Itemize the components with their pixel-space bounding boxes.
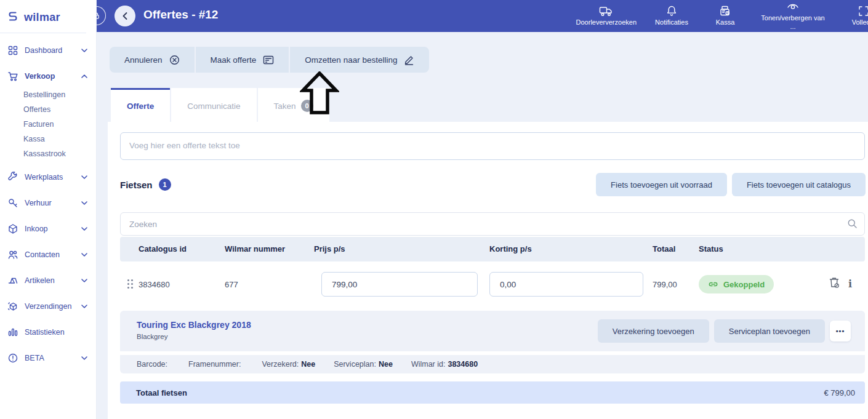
bell-icon <box>665 5 678 17</box>
chevron-up-icon <box>81 74 87 78</box>
bike-color: Blackgrey <box>137 333 168 340</box>
col-korting: Korting p/s <box>489 244 532 253</box>
more-options-button[interactable]: ••• <box>830 321 851 341</box>
prijs-input[interactable] <box>321 272 478 297</box>
drag-handle-icon[interactable] <box>127 279 129 281</box>
sidebar-item-verkoop[interactable]: Verkoop <box>0 69 96 84</box>
bike-actions: Verzekering toevoegen Serviceplan toevoe… <box>598 319 851 343</box>
cell-totaal: 799,00 <box>653 280 677 289</box>
fietsen-count-badge: 1 <box>159 178 171 191</box>
col-wilmar-nummer: Wilmar nummer <box>225 244 285 253</box>
search-icon <box>847 218 858 229</box>
page-title: Offertes - #12 <box>143 8 218 22</box>
tonen-verbergen-button[interactable]: Tonen/verbergen van ... <box>760 1 826 31</box>
sidebar-item-offertes[interactable]: Offertes <box>0 102 96 117</box>
sidebar-nav: Dashboard Verkoop Bestellingen Offertes … <box>0 33 96 365</box>
doorleververzoeken-button[interactable]: Doorleververzoeken <box>576 5 637 27</box>
status-badge: Gekoppeld <box>699 275 774 293</box>
alert-circle-icon <box>7 353 18 364</box>
chevron-down-icon <box>81 279 87 282</box>
info-icon: i <box>848 278 852 290</box>
sidebar-item-dashboard[interactable]: Dashboard <box>0 43 96 58</box>
serviceplan-toevoegen-button[interactable]: Serviceplan toevoegen <box>714 319 825 343</box>
offerte-panel: Fietsen 1 Fiets toevoegen uit voorraad F… <box>108 122 868 419</box>
fietsen-search <box>120 212 865 236</box>
brand-logo-text: wilmar <box>24 11 60 24</box>
trash-blocked-icon <box>828 276 840 289</box>
sidebar-item-kassastrook[interactable]: Kassastrook <box>0 146 96 161</box>
chevron-down-icon <box>81 253 87 257</box>
bike-card-top: Touring Exc Blackgrey 2018 Blackgrey Ver… <box>120 311 865 351</box>
col-prijs: Prijs p/s <box>314 244 345 253</box>
col-totaal: Totaal <box>653 244 675 253</box>
info-button[interactable]: i <box>848 278 852 290</box>
chevron-down-icon <box>81 49 87 52</box>
annuleren-button[interactable]: Annuleren <box>110 47 195 73</box>
sidebar-item-bestellingen[interactable]: Bestellingen <box>0 87 96 102</box>
sidebar-item-facturen[interactable]: Facturen <box>0 117 96 132</box>
fullscreen-icon <box>858 5 868 17</box>
grid-icon <box>7 45 18 56</box>
fietsen-heading: Fietsen 1 <box>120 178 171 191</box>
verzekering-toevoegen-button[interactable]: Verzekering toevoegen <box>598 319 709 343</box>
sidebar-item-werkplaats[interactable]: Werkplaats <box>0 170 96 185</box>
bike-details-bar: Barcode: Framenummer: Verzekerd:Nee Serv… <box>120 355 865 373</box>
sidebar-item-artikelen[interactable]: Artikelen <box>0 273 96 288</box>
detail-wilmar-id: Wilmar id:3834680 <box>411 360 478 369</box>
link-icon <box>708 281 718 288</box>
chevron-down-icon <box>81 305 87 308</box>
tab-offerte[interactable]: Offerte <box>111 88 170 122</box>
sidebar-item-verzendingen[interactable]: Verzendingen <box>0 299 96 314</box>
box-icon <box>7 223 18 234</box>
totals-bar: Totaal fietsen € 799,00 <box>120 381 865 404</box>
signature-pen-icon <box>404 55 414 65</box>
cell-wilmar-nummer: 677 <box>225 280 238 289</box>
kassa-button[interactable]: Kassa <box>707 5 744 27</box>
brand-logo[interactable]: wilmar <box>0 0 86 33</box>
people-icon <box>7 249 18 260</box>
detail-framenummer: Framenummer: <box>188 360 243 369</box>
back-button[interactable] <box>115 6 135 26</box>
maak-offerte-button[interactable]: Maak offerte <box>196 47 289 73</box>
chevron-down-icon <box>81 201 87 205</box>
chevron-down-icon <box>81 356 87 360</box>
offerte-text-input[interactable] <box>120 132 865 160</box>
notificaties-button[interactable]: Notificaties <box>653 5 690 27</box>
detail-serviceplan: Serviceplan:Nee <box>334 360 393 369</box>
sidebar: wilmar Dashboard Verkoop Bestellingen Of… <box>0 0 97 419</box>
fiets-toevoegen-voorraad-button[interactable]: Fiets toevoegen uit voorraad <box>596 173 727 196</box>
korting-input[interactable] <box>489 272 643 297</box>
sidebar-item-inkoop[interactable]: Inkoop <box>0 221 96 236</box>
sidebar-item-beta[interactable]: BETA <box>0 351 96 365</box>
fietsen-header-row: Fietsen 1 Fiets toevoegen uit voorraad F… <box>120 173 866 196</box>
col-status: Status <box>699 244 723 253</box>
cash-register-icon <box>719 5 731 17</box>
omzetten-naar-bestelling-button[interactable]: Omzetten naar bestelling <box>290 47 429 73</box>
delete-disabled-button[interactable] <box>828 276 840 291</box>
cart-icon <box>7 71 18 82</box>
tab-communicatie[interactable]: Communicatie <box>171 88 256 122</box>
sidebar-item-verhuur[interactable]: Verhuur <box>0 196 96 210</box>
fiets-toevoegen-catalogus-button[interactable]: Fiets toevoegen uit catalogus <box>732 173 866 196</box>
table-row: 3834680 677 799,00 Gekoppeld i <box>120 261 865 308</box>
topbar-actions: Doorleververzoeken Notificaties Kassa To… <box>343 0 868 32</box>
fietsen-add-buttons: Fiets toevoegen uit voorraad Fiets toevo… <box>596 173 866 196</box>
wilmar-logo-icon <box>6 9 20 25</box>
tab-bar: Offerte Communicatie Taken 0 <box>111 88 329 122</box>
bike-title: Touring Exc Blackgrey 2018 <box>137 320 251 330</box>
annotation-arrow-up <box>300 71 339 116</box>
eye-icon <box>786 1 800 13</box>
chevron-down-icon <box>81 175 87 179</box>
cell-catalogus-id: 3834680 <box>139 280 170 289</box>
volledig-scherm-button[interactable]: Volledig <box>842 5 868 27</box>
detail-barcode: Barcode: <box>137 360 170 369</box>
wrench-icon <box>7 172 18 183</box>
totals-value: € 799,00 <box>824 388 855 397</box>
main-content: Annuleren Maak offerte Omzetten naar bes… <box>97 32 868 419</box>
sidebar-item-contacten[interactable]: Contacten <box>0 247 96 262</box>
sidebar-item-kassa[interactable]: Kassa <box>0 132 96 146</box>
chevron-left-icon <box>122 12 128 20</box>
sidebar-item-statistieken[interactable]: Statistieken <box>0 325 96 340</box>
totals-label: Totaal fietsen <box>136 388 187 397</box>
search-input[interactable] <box>120 212 865 236</box>
